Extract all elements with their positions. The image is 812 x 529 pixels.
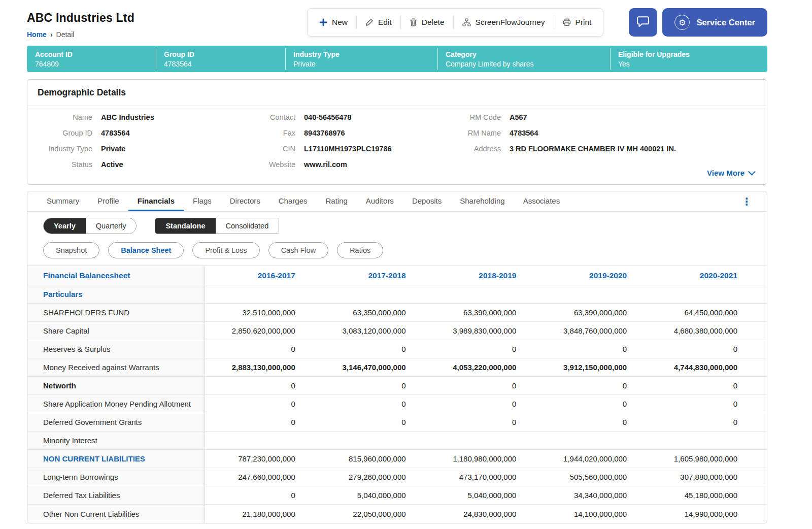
tabs-card: SummaryProfileFinancialsFlagsDirectorsCh…: [27, 191, 767, 523]
report-tab-ratios[interactable]: Ratios: [337, 242, 383, 258]
row-value: 5,040,000,000: [426, 486, 537, 504]
report-tab-profit-loss[interactable]: Profit & Loss: [192, 242, 259, 258]
row-value: 0: [536, 413, 647, 431]
tab-summary[interactable]: Summary: [38, 191, 88, 211]
period-toggle: Yearly Quarterly: [43, 218, 137, 234]
field-label: Name: [27, 113, 101, 121]
demo-field-contact: Contact040-56456478: [233, 113, 446, 129]
table-row: SHAREHOLDERS FUND32,510,000,00063,350,00…: [27, 304, 767, 322]
row-label: NON CURRENT LIABILITIES: [27, 450, 205, 468]
field-value: 4783564: [510, 129, 538, 137]
tab-financials[interactable]: Financials: [128, 191, 184, 211]
new-button-label: New: [332, 18, 348, 27]
service-center-button[interactable]: ⚙ Service Center: [662, 8, 767, 37]
toggle-quarterly[interactable]: Quarterly: [86, 218, 137, 234]
toggle-standalone[interactable]: Standalone: [155, 218, 215, 234]
row-value: 3,083,120,000,000: [316, 322, 426, 340]
chevron-down-icon: [748, 169, 756, 177]
year-header: 2017-2018: [316, 266, 426, 285]
demo-field-rm-code: RM CodeA567: [446, 113, 756, 129]
row-value: 0: [536, 395, 647, 413]
row-value: [647, 285, 767, 303]
field-label: Status: [27, 160, 101, 169]
demo-field-fax: Fax8943768976: [233, 129, 446, 145]
row-value: 1,605,980,000,000: [647, 450, 767, 468]
field-label: Contact: [233, 113, 304, 121]
toggle-consolidated[interactable]: Consolidated: [216, 218, 279, 234]
demo-field-website: Websitewww.ril.com: [233, 160, 446, 176]
field-label: Website: [233, 160, 304, 169]
tab-associates[interactable]: Associates: [514, 191, 569, 211]
tab-flags[interactable]: Flags: [184, 191, 221, 211]
row-label: Particulars: [27, 285, 205, 303]
info-eligible-upgrades: Eligible for Upgrades Yes: [610, 46, 767, 72]
row-label: Deferred Government Grants: [27, 413, 205, 431]
field-value: 8943768976: [304, 129, 345, 137]
demographics-title: Demographic Details: [27, 80, 767, 106]
toggle-yearly[interactable]: Yearly: [44, 218, 86, 234]
info-value: 764809: [35, 60, 156, 68]
new-button[interactable]: New: [311, 9, 356, 36]
tab-overflow-menu-icon[interactable]: ⋮: [739, 196, 754, 207]
row-value: 63,390,000,000: [536, 304, 647, 321]
page: ABC Industries Ltd Home › Detail New Edi…: [0, 0, 812, 529]
report-tab-cash-flow[interactable]: Cash Flow: [268, 242, 329, 258]
row-label: Reserves & Surplus: [27, 340, 205, 358]
row-value: 0: [647, 413, 767, 431]
tab-deposits[interactable]: Deposits: [403, 191, 451, 211]
tab-directors[interactable]: Directors: [221, 191, 269, 211]
row-value: 34,340,000,000: [536, 486, 647, 504]
tab-auditors[interactable]: Auditors: [357, 191, 403, 211]
year-header: 2019-2020: [536, 266, 647, 285]
row-value: 0: [205, 395, 316, 413]
demo-col-1: NameABC IndustriesGroup ID4783564Industr…: [27, 113, 233, 176]
row-value: 3,912,150,000,000: [536, 358, 647, 376]
delete-button[interactable]: Delete: [401, 9, 453, 36]
row-value: [647, 432, 767, 449]
view-more-link[interactable]: View More: [707, 169, 756, 177]
info-label: Category: [446, 50, 610, 58]
row-label: Share Application Money Pending Allotmen…: [27, 395, 205, 413]
row-value: [316, 285, 426, 303]
row-value: 4,680,380,000,000: [647, 322, 767, 340]
table-row: Networth00000: [27, 377, 767, 395]
chat-button[interactable]: [629, 8, 657, 37]
row-value: 5,040,000,000: [316, 486, 426, 504]
print-button[interactable]: Print: [554, 9, 600, 36]
row-value: 0: [647, 395, 767, 413]
tab-profile[interactable]: Profile: [88, 191, 128, 211]
field-value: 4783564: [101, 129, 129, 137]
demo-col-2: Contact040-56456478Fax8943768976CINL1711…: [233, 113, 446, 176]
row-value: 0: [316, 413, 426, 431]
chat-icon: [636, 15, 650, 30]
field-label: Fax: [233, 129, 304, 137]
tab-rating[interactable]: Rating: [316, 191, 356, 211]
row-value: 0: [205, 340, 316, 358]
field-value: Active: [101, 160, 123, 169]
row-value: 3,146,470,000,000: [316, 358, 426, 376]
report-tab-snapshot[interactable]: Snapshot: [43, 242, 99, 258]
breadcrumb-home[interactable]: Home: [27, 30, 47, 39]
info-value: Yes: [618, 60, 767, 68]
pencil-icon: [365, 18, 374, 26]
row-value: [205, 432, 316, 449]
row-value: 14,100,000,000: [536, 505, 647, 523]
row-value: 2,850,620,000,000: [205, 322, 316, 340]
trash-icon: [410, 18, 417, 26]
edit-button[interactable]: Edit: [357, 9, 400, 36]
row-value: 473,170,000,000: [426, 468, 537, 486]
header: ABC Industries Ltd Home › Detail New Edi…: [27, 8, 767, 39]
table-row: Money Received against Warrants2,883,130…: [27, 358, 767, 377]
demo-field-industry-type: Industry TypePrivate: [27, 145, 233, 160]
row-value: 0: [316, 377, 426, 394]
tab-charges[interactable]: Charges: [269, 191, 317, 211]
report-tab-balance-sheet[interactable]: Balance Sheet: [108, 242, 184, 258]
row-value: 45,180,000,000: [647, 486, 767, 504]
screenflowjourney-button[interactable]: ScreenFlowJourney: [454, 9, 554, 36]
row-label: Networth: [27, 377, 205, 394]
info-label: Eligible for Upgrades: [618, 50, 767, 58]
field-label: RM Name: [446, 129, 510, 137]
row-value: [316, 432, 426, 449]
tab-shareholding[interactable]: Shareholding: [451, 191, 514, 211]
breadcrumb-current: Detail: [56, 30, 75, 39]
